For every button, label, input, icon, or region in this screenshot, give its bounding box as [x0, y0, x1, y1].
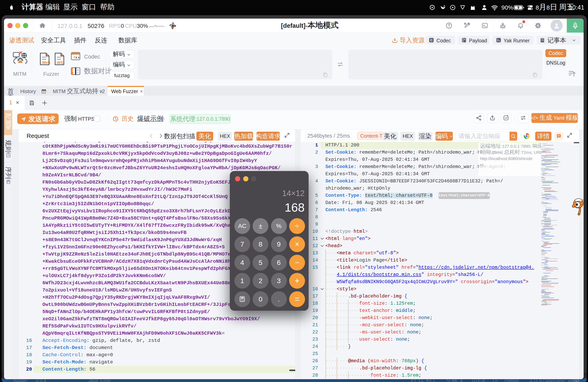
svg-text:C: C	[74, 55, 76, 59]
svg-text:Web: Web	[42, 60, 50, 65]
svg-text:C: C	[430, 38, 433, 42]
svg-text:WS: WS	[57, 60, 63, 65]
